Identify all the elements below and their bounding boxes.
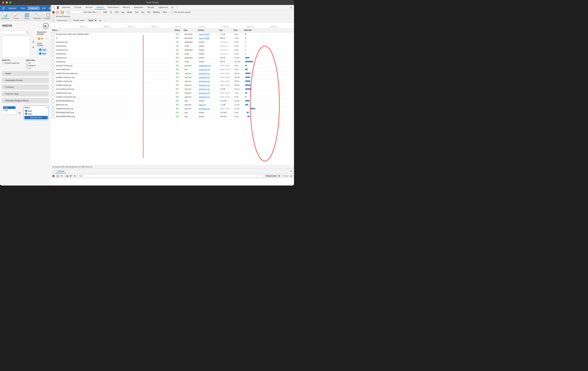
omega-squared-row[interactable]: ω² — [26, 67, 49, 69]
record-button[interactable] — [52, 11, 55, 13]
table-row[interactable]: 36b24e4850e230dc.png 200 png (index) 40.… — [51, 115, 294, 119]
table-row[interactable]: variable-continuous.svg 200 svg+xml anal… — [51, 75, 294, 80]
filter-js[interactable]: JS — [109, 11, 113, 13]
marginal-var-dose[interactable]: dose — [3, 109, 15, 112]
table-row[interactable]: variable-nominal-text.svg 200 svg+xml an… — [51, 95, 294, 99]
tab-data[interactable]: Data — [19, 6, 27, 10]
filter-font[interactable]: Font — [134, 11, 139, 13]
row-select-checkbox[interactable] — [52, 37, 54, 40]
ribbon-regression[interactable]: 📉 Regression — [33, 12, 41, 20]
filter-img[interactable]: Img — [120, 11, 126, 13]
assign-dependent-arrow[interactable]: ▶ — [31, 40, 36, 44]
console-close-button[interactable]: ✕ — [289, 170, 293, 173]
upload-icon[interactable]: ↑ — [104, 19, 105, 22]
row-select-checkbox[interactable] — [52, 45, 54, 48]
col-header-name[interactable]: Name ▲ — [52, 29, 174, 31]
clear-button[interactable]: 🚫 — [55, 11, 60, 14]
row-select-checkbox[interactable] — [52, 111, 54, 114]
console-eye-icon[interactable]: 👁 — [61, 175, 63, 178]
anova-run-button[interactable]: ▶ — [43, 23, 49, 29]
table-row[interactable]: analysisui.css 200 stylesheet (index) 52… — [51, 56, 294, 60]
estimated-marginal-header[interactable]: › Estimated Marginal Means — [2, 99, 48, 103]
eta-squared-row[interactable]: η² — [26, 62, 49, 64]
console-record-button[interactable] — [52, 175, 55, 177]
tab-variables[interactable]: Variables — [6, 6, 18, 10]
col-header-initiator[interactable]: Initiator — [197, 29, 219, 31]
minimize-button[interactable] — [6, 1, 8, 4]
initiator-link[interactable]: analysisui.css — [199, 84, 210, 86]
table-row[interactable]: variable-ordinal.svg 200 svg+xml analysi… — [51, 83, 294, 87]
tab-network[interactable]: Network — [95, 6, 105, 10]
blocked-requests-checkbox[interactable] — [52, 15, 54, 18]
tab-elements[interactable]: Elements — [60, 6, 72, 10]
devtools-close-button[interactable]: ✕ — [289, 6, 293, 9]
download-icon[interactable]: ↓ — [105, 19, 106, 22]
table-row[interactable]: variable-list-arrow.svg 200 svg+xml anal… — [51, 107, 294, 111]
initiator-link[interactable]: main.css — [199, 104, 206, 106]
tab-application[interactable]: Application — [132, 6, 145, 10]
post-hoc-header[interactable]: › Post Hoc Tests — [2, 92, 48, 96]
contrasts-header[interactable]: › Contrasts — [2, 85, 48, 89]
console-expand-icon[interactable]: ⋮ — [52, 170, 55, 173]
eta-squared-checkbox[interactable] — [26, 62, 28, 64]
tab-edit[interactable]: Edit — [40, 6, 48, 10]
row-select-checkbox[interactable] — [52, 72, 54, 75]
overall-model-test-checkbox[interactable] — [2, 62, 4, 64]
initiator-link[interactable]: analysisui.css — [199, 76, 210, 78]
filter-css[interactable]: CSS — [114, 11, 120, 13]
table-row[interactable]: indicator-running.svg 200 svg+xml result… — [51, 64, 294, 68]
partial-eta-row[interactable]: partial η² — [26, 64, 49, 67]
table-row[interactable]: variable-nominal.svg 200 svg+xml analysi… — [51, 80, 294, 83]
row-select-checkbox[interactable] — [52, 96, 54, 99]
col-header-time[interactable]: Time — [233, 29, 243, 31]
table-row[interactable]: resultsview.js 200 script (index) (memor… — [51, 52, 294, 56]
row-select-checkbox[interactable] — [52, 33, 54, 36]
row-select-checkbox[interactable] — [52, 80, 54, 83]
tab-performance[interactable]: Performance — [106, 6, 121, 10]
table-row[interactable]: resultsview.css 200 stylesheet (index) (… — [51, 40, 294, 44]
fixed-factors-dropbox[interactable]: ● supp ● dose — [37, 47, 49, 58]
console-filter-icon2[interactable]: 👁 — [74, 175, 76, 178]
add-new-term-button[interactable]: Add New Term — [24, 116, 48, 119]
row-select-checkbox[interactable] — [52, 115, 54, 118]
marginal-assign-arrow[interactable]: ▶ — [18, 111, 22, 115]
initiator-link[interactable]: analysisui.css — [199, 108, 210, 110]
row-select-checkbox[interactable] — [52, 68, 54, 71]
devtools-settings-icon[interactable]: ⚙ — [170, 6, 174, 9]
devtools-device-icon[interactable]: 📱 — [56, 6, 60, 9]
table-row[interactable]: menu-button-arrow.svg 200 svg+xml analys… — [51, 87, 294, 91]
table-row[interactable]: resultsview.css 200 stylesheet (index) (… — [51, 48, 294, 52]
throttle-settings-icon[interactable]: ⚙ — [99, 19, 102, 22]
devtools-inspect-icon[interactable]: ⬚ — [52, 6, 55, 9]
table-row[interactable]: resultsview.js 200 script (index) (memor… — [51, 44, 294, 48]
row-select-checkbox[interactable] — [52, 56, 54, 59]
variable-search-input[interactable] — [3, 32, 26, 34]
dependent-variable-dropbox[interactable]: len ✏️ — [37, 36, 49, 41]
filter-xhr[interactable]: XHR — [102, 11, 108, 13]
row-select-checkbox[interactable] — [52, 92, 54, 95]
row-select-checkbox[interactable] — [52, 49, 54, 51]
table-row[interactable]: 3/ 200 document jquery.js:6267 825 B 3 m… — [51, 36, 294, 40]
initiator-link[interactable]: analysisui.css — [199, 80, 210, 82]
table-row[interactable]: a5f48ccfbb4e08bd.png 200 png (index) 37.… — [51, 99, 294, 103]
overall-model-test-row[interactable]: Overall model test — [2, 62, 25, 64]
row-select-checkbox[interactable] — [52, 76, 54, 79]
console-settings-icon[interactable]: ⚙ — [290, 175, 293, 178]
tab-sources[interactable]: Sources — [84, 6, 94, 10]
variable-search-bar[interactable]: 🔍 — [2, 31, 30, 34]
term-close-icon[interactable]: ✕ — [46, 106, 48, 109]
console-filter-input[interactable] — [78, 175, 263, 177]
initiator-link[interactable]: analysisui.css — [199, 69, 210, 70]
initiator-link[interactable]: analysisui.css — [199, 88, 210, 90]
filter-ws[interactable]: WS — [146, 11, 151, 13]
initiator-link[interactable]: jquery.js:6267 — [199, 37, 210, 39]
hide-data-urls-checkbox[interactable] — [97, 11, 99, 13]
ribbon-ttests[interactable]: 📈 T-Tests — [12, 12, 20, 20]
initiator-link[interactable]: analysisui.css — [199, 96, 210, 98]
row-select-checkbox[interactable] — [52, 100, 54, 102]
col-header-size[interactable]: Size — [219, 29, 233, 31]
tab-security[interactable]: Security — [145, 6, 156, 10]
row-select-checkbox[interactable] — [52, 107, 54, 110]
online-select[interactable]: Online — [87, 19, 97, 22]
table-row[interactable]: splitscreen.svg 200 svg+xml main.css 1.2… — [51, 103, 294, 107]
